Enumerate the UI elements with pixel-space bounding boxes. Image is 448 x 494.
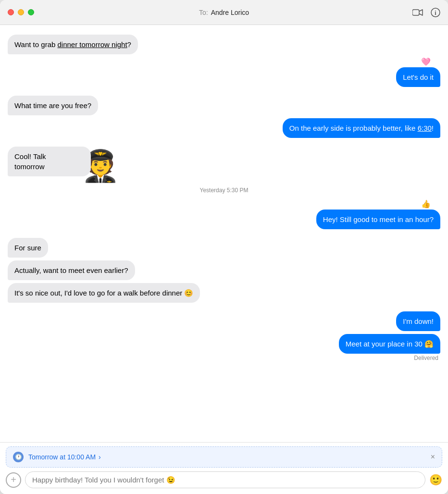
message-row: 👍 Hey! Still good to meet in an hour? [8,199,440,229]
message-row: I'm down! [8,311,440,331]
message-row: Meet at your place in 30 🤗 Delivered [8,334,440,361]
close-button[interactable] [8,9,14,15]
input-area: 🕐 Tomorrow at 10:00 AM › × + 🙂 [0,442,448,494]
message-bubble: Actually, want to meet even earlier? [8,260,135,280]
message-bubble: Cool! Talk tomorrow [8,147,91,176]
message-row: It's so nice out, I'd love to go for a w… [8,283,440,303]
message-bubble: For sure [8,238,48,258]
spacer [8,306,440,309]
message-bubble: Meet at your place in 30 🤗 [339,334,440,354]
titlebar: To: Andre Lorico i [0,0,448,25]
add-attachment-button[interactable]: + [6,472,21,488]
message-row: Actually, want to meet even earlier? [8,260,440,280]
messages-window: To: Andre Lorico i Want to grab dinn [0,0,448,494]
video-icon [412,9,423,16]
video-call-button[interactable] [412,9,423,16]
scheduled-text: Tomorrow at 10:00 AM › [28,453,101,461]
emoji-picker-button[interactable]: 🙂 [429,474,442,486]
scheduled-close-button[interactable]: × [431,453,435,461]
message-bubble: I'm down! [396,311,440,331]
chevron-icon: › [99,453,101,461]
scheduled-banner[interactable]: 🕐 Tomorrow at 10:00 AM › × [6,446,442,468]
message-input[interactable] [25,471,425,488]
scheduled-info: 🕐 Tomorrow at 10:00 AM › [13,452,101,462]
message-bubble: Want to grab dinner tomorrow night? [8,35,138,54]
spacer [8,141,440,145]
message-bubble: It's so nice out, I'd love to go for a w… [8,283,200,303]
info-icon: i [431,8,440,17]
message-row: 🩷 Let's do it [8,57,440,87]
contact-name: Andre Lorico [211,9,249,16]
maximize-button[interactable] [28,9,34,15]
message-bubble: Hey! Still good to meet in an hour? [316,210,440,229]
emoji-icon: 🙂 [429,474,442,486]
message-bubble: What time are you free? [8,96,98,115]
minimize-button[interactable] [18,9,24,15]
spacer [8,90,440,94]
delivered-status: Delivered [414,355,438,361]
spacer [8,364,440,368]
spacer [8,232,440,236]
titlebar-actions: i [412,8,440,17]
traffic-lights [8,9,34,15]
thumbs-reaction: 👍 [421,199,431,209]
message-row: On the early side is probably better, li… [8,118,440,138]
titlebar-center: To: Andre Lorico [199,9,249,16]
info-button[interactable]: i [431,8,440,17]
timestamp-divider: Yesterday 5:30 PM [8,187,440,194]
message-row: What time are you free? [8,96,440,115]
to-label: To: [199,9,208,16]
message-row: For sure [8,238,440,258]
svg-rect-0 [412,10,419,15]
messages-area[interactable]: Want to grab dinner tomorrow night? 🩷 Le… [0,25,448,442]
heart-reaction: 🩷 [421,57,431,66]
clock-icon: 🕐 [13,452,24,462]
input-row: + 🙂 [6,471,442,488]
message-bubble: Let's do it [396,67,440,87]
message-bubble: On the early side is probably better, li… [283,118,440,138]
message-row: Cool! Talk tomorrow 🧑‍✈️ [8,147,440,176]
svg-text:i: i [435,10,436,16]
message-row: Want to grab dinner tomorrow night? [8,35,440,54]
